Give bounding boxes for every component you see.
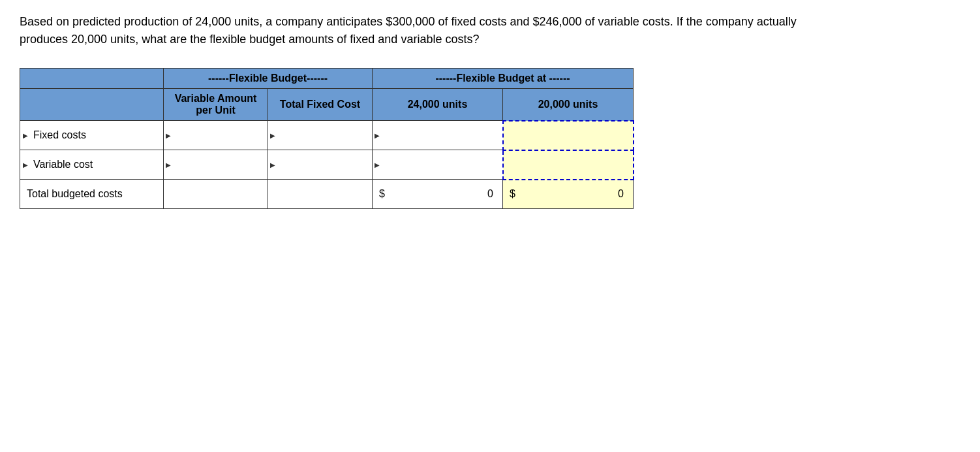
header-flexible-budget: ------Flexible Budget------ [164,69,373,89]
label-fixed-costs: Fixed costs [20,121,164,150]
variable-cost-variable-amount-cell[interactable] [164,150,268,180]
table-row-fixed-costs: Fixed costs [20,121,634,150]
table-row-total-budgeted: Total budgeted costs $ 0 $ 0 [20,180,634,209]
variable-cost-total-fixed-cell[interactable] [268,150,373,180]
header-flexible-budget-at: ------Flexible Budget at ------ [373,69,634,89]
total-budgeted-20k-dollar-sign: $ [510,188,515,200]
total-budgeted-20k-value: 0 [518,188,626,200]
label-total-budgeted-costs: Total budgeted costs [20,180,164,209]
total-budgeted-24k-value-row: $ 0 [379,188,496,200]
total-budgeted-total-fixed-cell [268,180,373,209]
header-col-total-fixed: Total Fixed Cost [268,89,373,121]
total-budgeted-24k-value: 0 [388,188,496,200]
variable-cost-20k-cell[interactable] [503,150,634,180]
fixed-costs-total-fixed-cell[interactable] [268,121,373,150]
total-budgeted-24k-cell[interactable]: $ 0 [373,180,503,209]
header-row-column-labels: Variable Amount per Unit Total Fixed Cos… [20,89,634,121]
fixed-costs-20k-cell[interactable] [503,121,634,150]
question-text: Based on predicted production of 24,000 … [20,13,803,48]
fixed-costs-24k-cell[interactable] [373,121,503,150]
total-budgeted-20k-cell[interactable]: $ 0 [503,180,634,209]
label-variable-cost: Variable cost [20,150,164,180]
header-empty-top-left [20,69,164,89]
total-budgeted-variable-cell [164,180,268,209]
header-col-24k: 24,000 units [373,89,503,121]
header-col-variable-amount: Variable Amount per Unit [164,89,268,121]
header-row-section-labels: ------Flexible Budget------ ------Flexib… [20,69,634,89]
total-budgeted-20k-value-row: $ 0 [510,188,626,200]
fixed-costs-variable-amount-cell[interactable] [164,121,268,150]
flexible-budget-table: ------Flexible Budget------ ------Flexib… [20,68,634,209]
header-col-empty [20,89,164,121]
total-budgeted-24k-dollar-sign: $ [379,188,385,200]
variable-cost-24k-cell[interactable] [373,150,503,180]
table-row-variable-cost: Variable cost [20,150,634,180]
table-container: ------Flexible Budget------ ------Flexib… [20,68,960,209]
header-col-20k: 20,000 units [503,89,634,121]
